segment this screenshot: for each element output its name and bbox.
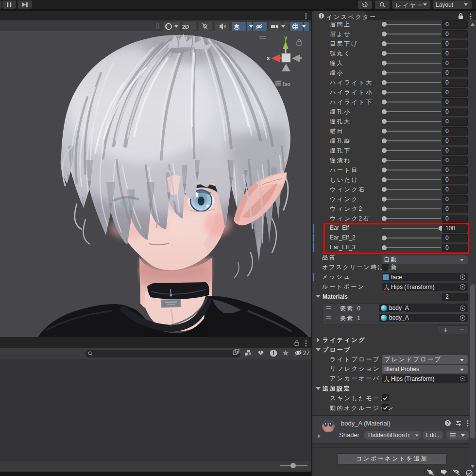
svg-text:?: ? [446,421,449,426]
svg-text:27: 27 [303,350,310,357]
svg-text:2D: 2D [182,24,189,30]
svg-text:x: x [267,55,270,62]
svg-text:y: y [284,34,288,41]
svg-text:Iso: Iso [283,80,290,87]
